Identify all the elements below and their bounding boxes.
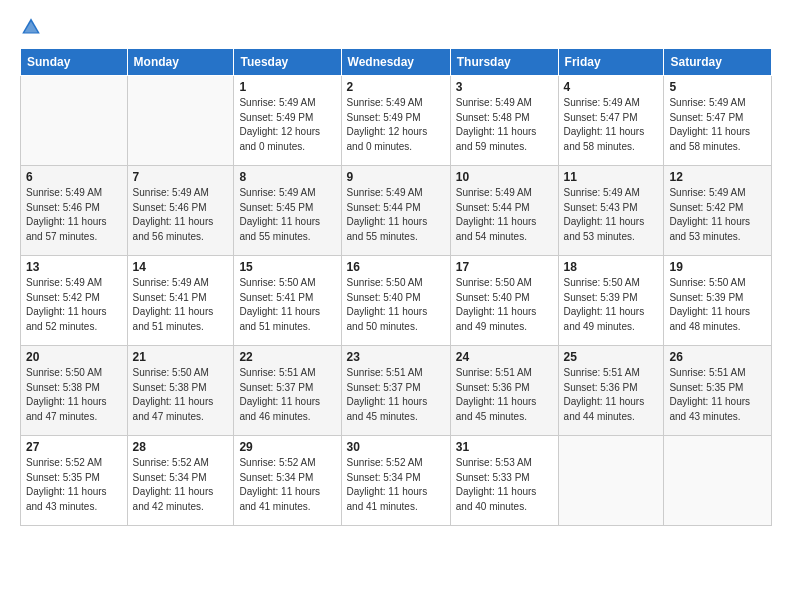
weekday-header: Saturday xyxy=(664,49,772,76)
calendar-cell: 17Sunrise: 5:50 AMSunset: 5:40 PMDayligh… xyxy=(450,256,558,346)
day-info: Sunrise: 5:49 AMSunset: 5:48 PMDaylight:… xyxy=(456,96,553,154)
day-info: Sunrise: 5:52 AMSunset: 5:34 PMDaylight:… xyxy=(347,456,445,514)
weekday-header: Tuesday xyxy=(234,49,341,76)
day-number: 31 xyxy=(456,440,553,454)
day-info: Sunrise: 5:52 AMSunset: 5:35 PMDaylight:… xyxy=(26,456,122,514)
calendar-week-row: 13Sunrise: 5:49 AMSunset: 5:42 PMDayligh… xyxy=(21,256,772,346)
day-info: Sunrise: 5:49 AMSunset: 5:47 PMDaylight:… xyxy=(669,96,766,154)
calendar-cell: 27Sunrise: 5:52 AMSunset: 5:35 PMDayligh… xyxy=(21,436,128,526)
calendar-cell: 26Sunrise: 5:51 AMSunset: 5:35 PMDayligh… xyxy=(664,346,772,436)
day-info: Sunrise: 5:49 AMSunset: 5:44 PMDaylight:… xyxy=(347,186,445,244)
day-info: Sunrise: 5:53 AMSunset: 5:33 PMDaylight:… xyxy=(456,456,553,514)
day-number: 29 xyxy=(239,440,335,454)
day-number: 10 xyxy=(456,170,553,184)
weekday-header: Sunday xyxy=(21,49,128,76)
day-info: Sunrise: 5:49 AMSunset: 5:42 PMDaylight:… xyxy=(26,276,122,334)
weekday-header: Thursday xyxy=(450,49,558,76)
day-info: Sunrise: 5:51 AMSunset: 5:36 PMDaylight:… xyxy=(564,366,659,424)
day-info: Sunrise: 5:50 AMSunset: 5:38 PMDaylight:… xyxy=(26,366,122,424)
calendar-cell: 1Sunrise: 5:49 AMSunset: 5:49 PMDaylight… xyxy=(234,76,341,166)
day-number: 21 xyxy=(133,350,229,364)
logo-icon xyxy=(20,16,42,38)
calendar-header-row: SundayMondayTuesdayWednesdayThursdayFrid… xyxy=(21,49,772,76)
calendar-cell: 30Sunrise: 5:52 AMSunset: 5:34 PMDayligh… xyxy=(341,436,450,526)
weekday-header: Wednesday xyxy=(341,49,450,76)
calendar-cell: 29Sunrise: 5:52 AMSunset: 5:34 PMDayligh… xyxy=(234,436,341,526)
calendar-cell: 24Sunrise: 5:51 AMSunset: 5:36 PMDayligh… xyxy=(450,346,558,436)
calendar-cell xyxy=(664,436,772,526)
calendar-cell: 23Sunrise: 5:51 AMSunset: 5:37 PMDayligh… xyxy=(341,346,450,436)
day-number: 30 xyxy=(347,440,445,454)
day-number: 28 xyxy=(133,440,229,454)
day-number: 2 xyxy=(347,80,445,94)
day-info: Sunrise: 5:50 AMSunset: 5:40 PMDaylight:… xyxy=(347,276,445,334)
calendar-week-row: 27Sunrise: 5:52 AMSunset: 5:35 PMDayligh… xyxy=(21,436,772,526)
weekday-header: Friday xyxy=(558,49,664,76)
calendar-cell: 18Sunrise: 5:50 AMSunset: 5:39 PMDayligh… xyxy=(558,256,664,346)
calendar-cell: 12Sunrise: 5:49 AMSunset: 5:42 PMDayligh… xyxy=(664,166,772,256)
day-number: 22 xyxy=(239,350,335,364)
day-number: 23 xyxy=(347,350,445,364)
day-info: Sunrise: 5:49 AMSunset: 5:49 PMDaylight:… xyxy=(347,96,445,154)
day-info: Sunrise: 5:49 AMSunset: 5:45 PMDaylight:… xyxy=(239,186,335,244)
day-number: 26 xyxy=(669,350,766,364)
day-number: 15 xyxy=(239,260,335,274)
day-info: Sunrise: 5:49 AMSunset: 5:46 PMDaylight:… xyxy=(133,186,229,244)
calendar: SundayMondayTuesdayWednesdayThursdayFrid… xyxy=(20,48,772,526)
day-info: Sunrise: 5:50 AMSunset: 5:40 PMDaylight:… xyxy=(456,276,553,334)
day-info: Sunrise: 5:49 AMSunset: 5:42 PMDaylight:… xyxy=(669,186,766,244)
day-info: Sunrise: 5:50 AMSunset: 5:39 PMDaylight:… xyxy=(564,276,659,334)
day-number: 24 xyxy=(456,350,553,364)
day-number: 4 xyxy=(564,80,659,94)
day-number: 12 xyxy=(669,170,766,184)
calendar-cell: 3Sunrise: 5:49 AMSunset: 5:48 PMDaylight… xyxy=(450,76,558,166)
day-info: Sunrise: 5:49 AMSunset: 5:49 PMDaylight:… xyxy=(239,96,335,154)
day-number: 1 xyxy=(239,80,335,94)
calendar-cell: 20Sunrise: 5:50 AMSunset: 5:38 PMDayligh… xyxy=(21,346,128,436)
calendar-cell: 7Sunrise: 5:49 AMSunset: 5:46 PMDaylight… xyxy=(127,166,234,256)
day-info: Sunrise: 5:52 AMSunset: 5:34 PMDaylight:… xyxy=(133,456,229,514)
weekday-header: Monday xyxy=(127,49,234,76)
calendar-cell: 22Sunrise: 5:51 AMSunset: 5:37 PMDayligh… xyxy=(234,346,341,436)
calendar-week-row: 6Sunrise: 5:49 AMSunset: 5:46 PMDaylight… xyxy=(21,166,772,256)
day-info: Sunrise: 5:51 AMSunset: 5:36 PMDaylight:… xyxy=(456,366,553,424)
day-number: 18 xyxy=(564,260,659,274)
calendar-cell: 11Sunrise: 5:49 AMSunset: 5:43 PMDayligh… xyxy=(558,166,664,256)
day-number: 6 xyxy=(26,170,122,184)
day-info: Sunrise: 5:50 AMSunset: 5:41 PMDaylight:… xyxy=(239,276,335,334)
calendar-cell: 31Sunrise: 5:53 AMSunset: 5:33 PMDayligh… xyxy=(450,436,558,526)
calendar-cell xyxy=(127,76,234,166)
day-number: 8 xyxy=(239,170,335,184)
calendar-cell: 28Sunrise: 5:52 AMSunset: 5:34 PMDayligh… xyxy=(127,436,234,526)
day-number: 7 xyxy=(133,170,229,184)
day-info: Sunrise: 5:49 AMSunset: 5:44 PMDaylight:… xyxy=(456,186,553,244)
day-number: 11 xyxy=(564,170,659,184)
day-info: Sunrise: 5:49 AMSunset: 5:43 PMDaylight:… xyxy=(564,186,659,244)
day-number: 3 xyxy=(456,80,553,94)
logo xyxy=(20,16,46,38)
calendar-week-row: 20Sunrise: 5:50 AMSunset: 5:38 PMDayligh… xyxy=(21,346,772,436)
day-info: Sunrise: 5:52 AMSunset: 5:34 PMDaylight:… xyxy=(239,456,335,514)
day-info: Sunrise: 5:51 AMSunset: 5:37 PMDaylight:… xyxy=(347,366,445,424)
calendar-cell: 4Sunrise: 5:49 AMSunset: 5:47 PMDaylight… xyxy=(558,76,664,166)
calendar-cell: 2Sunrise: 5:49 AMSunset: 5:49 PMDaylight… xyxy=(341,76,450,166)
day-number: 5 xyxy=(669,80,766,94)
calendar-cell: 9Sunrise: 5:49 AMSunset: 5:44 PMDaylight… xyxy=(341,166,450,256)
day-number: 14 xyxy=(133,260,229,274)
day-info: Sunrise: 5:51 AMSunset: 5:37 PMDaylight:… xyxy=(239,366,335,424)
calendar-cell: 13Sunrise: 5:49 AMSunset: 5:42 PMDayligh… xyxy=(21,256,128,346)
header xyxy=(20,16,772,38)
calendar-cell: 5Sunrise: 5:49 AMSunset: 5:47 PMDaylight… xyxy=(664,76,772,166)
day-number: 27 xyxy=(26,440,122,454)
day-info: Sunrise: 5:50 AMSunset: 5:38 PMDaylight:… xyxy=(133,366,229,424)
day-number: 20 xyxy=(26,350,122,364)
day-number: 9 xyxy=(347,170,445,184)
calendar-cell: 15Sunrise: 5:50 AMSunset: 5:41 PMDayligh… xyxy=(234,256,341,346)
calendar-cell: 19Sunrise: 5:50 AMSunset: 5:39 PMDayligh… xyxy=(664,256,772,346)
calendar-cell: 10Sunrise: 5:49 AMSunset: 5:44 PMDayligh… xyxy=(450,166,558,256)
day-info: Sunrise: 5:49 AMSunset: 5:41 PMDaylight:… xyxy=(133,276,229,334)
calendar-cell: 6Sunrise: 5:49 AMSunset: 5:46 PMDaylight… xyxy=(21,166,128,256)
day-number: 25 xyxy=(564,350,659,364)
calendar-cell xyxy=(21,76,128,166)
calendar-cell xyxy=(558,436,664,526)
